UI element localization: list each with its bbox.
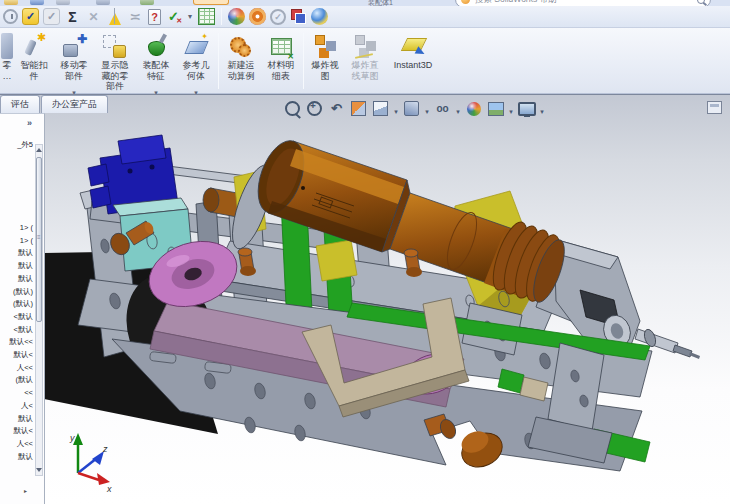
appearance-ball-icon[interactable] xyxy=(228,8,245,25)
graphics-viewport[interactable]: y z x xyxy=(0,94,730,504)
dropdown-caret[interactable] xyxy=(72,81,76,88)
feature-tree-item[interactable]: 默认 xyxy=(0,413,33,426)
move-component-button[interactable]: 移动零 部件 xyxy=(54,30,94,92)
gray-check-icon[interactable] xyxy=(43,8,60,25)
orange-rings-icon[interactable] xyxy=(249,8,266,25)
clipped-print-icon[interactable] xyxy=(56,0,70,5)
toolbar-separator xyxy=(303,33,304,89)
new-motion-study-button[interactable]: 新建运 动算例 xyxy=(221,30,261,92)
clipped-rebuild-icon[interactable] xyxy=(140,0,154,5)
section-view-icon[interactable] xyxy=(349,99,368,118)
instant3d-button[interactable]: Instant3D xyxy=(386,30,440,92)
edit-appearance-icon[interactable] xyxy=(464,99,483,118)
sigma-equations-icon[interactable] xyxy=(64,8,81,25)
feature-tree-item[interactable]: <默认 xyxy=(0,324,33,337)
pressed-button-highlight[interactable] xyxy=(193,0,229,5)
red-blue-squares-icon[interactable] xyxy=(290,8,307,25)
deviation-icon[interactable] xyxy=(127,8,144,25)
draft-cone-icon[interactable] xyxy=(106,8,123,25)
reference-geometry-icon xyxy=(183,33,209,59)
view-settings-icon[interactable] xyxy=(517,99,536,118)
measure-icon[interactable] xyxy=(85,8,102,25)
globe-sphere-icon[interactable] xyxy=(311,8,328,25)
feature-tree-item[interactable]: 默认< xyxy=(0,349,33,362)
triad-x-label: x xyxy=(106,484,112,494)
dropdown-caret[interactable] xyxy=(455,100,461,118)
panel-expand-button[interactable]: » xyxy=(27,118,32,128)
show-hidden-icon xyxy=(102,33,128,59)
insert-component-button-clipped[interactable]: 零 … xyxy=(0,30,14,92)
dropdown-caret[interactable] xyxy=(154,81,158,88)
dropdown-caret[interactable] xyxy=(539,100,545,118)
assembly-model[interactable]: y z x xyxy=(0,95,730,504)
insert-component-icon xyxy=(1,33,13,59)
assembly-features-button[interactable]: 装配体 特征 xyxy=(136,30,176,92)
feature-tree-item[interactable]: (默认 xyxy=(0,374,33,387)
show-hidden-components-button[interactable]: 显示隐 藏的零 部件 xyxy=(94,30,136,92)
tab-evaluate[interactable]: 评估 xyxy=(0,95,40,113)
explode-line-sketch-button[interactable]: 爆炸直 线草图 xyxy=(344,30,386,92)
feature-tree-item[interactable]: 默认 xyxy=(0,451,33,464)
verify-check-icon[interactable] xyxy=(165,8,182,25)
exploded-view-button[interactable]: 爆炸视 图 xyxy=(306,30,344,92)
search-magnifier-icon[interactable] xyxy=(697,0,705,4)
dropdown-caret[interactable] xyxy=(424,100,430,118)
yellow-check-icon[interactable] xyxy=(22,8,39,25)
excel-table-icon[interactable] xyxy=(198,8,215,25)
gray-check-circle-icon[interactable] xyxy=(270,9,286,25)
scrollbar-down-arrow[interactable] xyxy=(36,466,42,474)
clipped-folder-icon[interactable] xyxy=(4,0,18,5)
button-label: 参考几 何体 xyxy=(183,60,210,81)
command-manager-tabs: 评估 办公室产品 xyxy=(0,94,200,113)
bom-table-icon xyxy=(268,33,294,59)
document-restore-icon[interactable] xyxy=(707,101,722,114)
tab-office-products[interactable]: 办公室产品 xyxy=(41,95,108,113)
view-orientation-icon[interactable] xyxy=(371,99,390,118)
feature-tree-item[interactable]: << xyxy=(0,387,33,400)
clipped-undo-icon[interactable] xyxy=(96,0,110,5)
hide-show-items-icon[interactable] xyxy=(433,99,452,118)
button-label: 新建运 动算例 xyxy=(228,60,255,81)
dropdown-caret-icon[interactable] xyxy=(186,8,194,25)
feature-tree-item[interactable]: (默认) xyxy=(0,298,33,311)
feature-tree-item[interactable]: 默认 xyxy=(0,260,33,273)
feature-tree-item[interactable]: 1> ( xyxy=(0,222,33,235)
clipped-save-icon[interactable] xyxy=(30,0,44,5)
feature-tree-item[interactable]: 人< xyxy=(0,400,33,413)
previous-view-icon[interactable] xyxy=(327,99,346,118)
button-label: 智能扣 件 xyxy=(21,60,48,81)
tree-clipped-mark xyxy=(30,493,33,504)
feature-tree-item[interactable]: 人<< xyxy=(0,438,33,451)
feature-tree-item[interactable]: 人<< xyxy=(0,362,33,375)
dropdown-caret[interactable] xyxy=(194,81,198,88)
instant3d-icon xyxy=(400,33,426,59)
feature-tree-item[interactable]: <默认 xyxy=(0,311,33,324)
feature-tree-item[interactable]: 默认<< xyxy=(0,336,33,349)
zoom-to-fit-icon[interactable] xyxy=(283,99,302,118)
document-question-icon[interactable] xyxy=(148,9,161,25)
feature-tree-item[interactable]: 默认 xyxy=(0,247,33,260)
scrollbar-thumb[interactable] xyxy=(36,157,42,322)
clock-icon[interactable] xyxy=(3,9,18,24)
apply-scene-icon[interactable] xyxy=(486,99,505,118)
reference-geometry-button[interactable]: 参考几 何体 xyxy=(176,30,216,92)
display-style-icon[interactable] xyxy=(402,99,421,118)
feature-tree-item[interactable]: 1> ( xyxy=(0,235,33,248)
zoom-to-area-icon[interactable] xyxy=(305,99,324,118)
feature-manager-panel[interactable]: » _外5 1> (1> (默认默认默认(默认)(默认)<默认<默认默认<<默认… xyxy=(0,113,45,504)
scrollbar-up-arrow[interactable] xyxy=(36,146,42,154)
feature-tree-item[interactable]: 默认 xyxy=(0,273,33,286)
feature-tree-scrollbar[interactable] xyxy=(35,144,43,476)
feature-tree-item[interactable]: (默认) xyxy=(0,286,33,299)
solidworks-window: 装配体1 搜索 SolidWorks 帮助 零 … xyxy=(0,0,730,504)
button-label: 装配体 特征 xyxy=(143,60,170,81)
model-yellow-clamp[interactable] xyxy=(316,240,357,281)
dropdown-caret[interactable] xyxy=(508,100,514,118)
feature-tree-item[interactable]: 默认< xyxy=(0,425,33,438)
smart-fasteners-button[interactable]: 智能扣 件 xyxy=(14,30,54,92)
dropdown-caret[interactable] xyxy=(393,100,399,118)
triad-z-label: z xyxy=(102,444,108,454)
bill-of-materials-button[interactable]: 材料明 细表 xyxy=(261,30,301,92)
command-manager: 零 … 智能扣 件 移动零 部件 显示隐 藏的零 部件 装配体 特征 参考几 何… xyxy=(0,28,730,94)
feature-tree-root-fragment[interactable]: _外5 xyxy=(17,140,33,150)
